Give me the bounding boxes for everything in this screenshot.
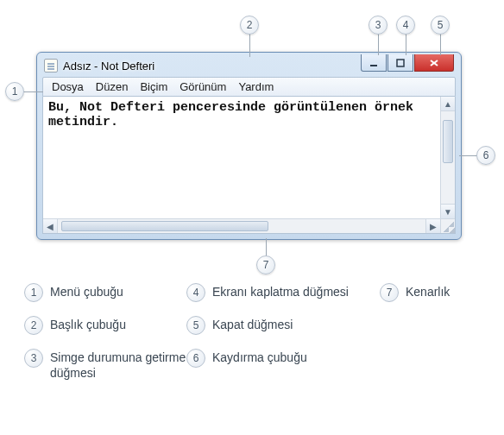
scroll-left-button[interactable]: ◀ — [43, 219, 58, 233]
caption-buttons — [361, 54, 454, 72]
legend-item-7: 7 Kenarlık — [380, 283, 501, 302]
legend-item-1: 1 Menü çubuğu — [24, 283, 186, 302]
legend-item-2: 2 Başlık çubuğu — [24, 316, 186, 335]
chevron-left-icon: ◀ — [47, 222, 54, 231]
horizontal-scroll-thumb[interactable] — [61, 221, 268, 231]
legend: 1 Menü çubuğu 4 Ekranı kaplatma düğmesi … — [24, 283, 487, 381]
legend-item-3: 3 Simge durumuna getirme düğmesi — [24, 349, 186, 381]
maximize-icon — [396, 59, 405, 67]
chevron-right-icon: ▶ — [430, 222, 437, 231]
legend-label-3: Simge durumuna getirme düğmesi — [50, 349, 186, 381]
callout-3: 3 — [369, 16, 387, 35]
vertical-scroll-track[interactable] — [441, 163, 455, 204]
svg-rect-0 — [370, 65, 377, 66]
legend-label-7: Kenarlık — [406, 283, 450, 300]
legend-item-6: 6 Kaydırma çubuğu — [186, 349, 380, 381]
callout-2: 2 — [240, 16, 259, 35]
leader-4 — [406, 31, 406, 55]
leader-3 — [378, 31, 379, 55]
legend-label-5: Kapat düğmesi — [212, 316, 293, 333]
menu-help[interactable]: Yardım — [238, 80, 274, 93]
legend-num-1: 1 — [24, 283, 43, 302]
legend-num-7: 7 — [380, 283, 399, 302]
minimize-icon — [369, 59, 378, 67]
notepad-window: Adsız - Not Defteri — [36, 52, 462, 240]
window-title: Adsız - Not Defteri — [63, 60, 356, 72]
chevron-down-icon: ▼ — [444, 207, 452, 217]
legend-item-5: 5 Kapat düğmesi — [186, 316, 380, 335]
close-icon — [429, 59, 439, 67]
legend-num-6: 6 — [186, 349, 205, 368]
legend-num-5: 5 — [186, 316, 205, 335]
diagram-stage: 1 2 3 4 5 6 7 Adsız - Not Defteri — [0, 0, 504, 259]
resize-grip[interactable] — [440, 218, 455, 233]
legend-label-2: Başlık çubuğu — [50, 316, 126, 333]
notepad-icon — [44, 59, 58, 72]
close-button[interactable] — [414, 54, 454, 72]
title-bar[interactable]: Adsız - Not Defteri — [42, 58, 456, 77]
maximize-button[interactable] — [387, 54, 413, 72]
legend-label-6: Kaydırma çubuğu — [212, 349, 307, 366]
callout-7: 7 — [256, 255, 275, 274]
client-area: Bu, Not Defteri penceresinde görüntülene… — [42, 97, 456, 234]
scroll-right-button[interactable]: ▶ — [425, 219, 440, 233]
legend-label-4: Ekranı kaplatma düğmesi — [212, 283, 349, 300]
callout-1: 1 — [5, 82, 24, 101]
chevron-up-icon: ▲ — [444, 99, 452, 109]
scroll-down-button[interactable]: ▼ — [441, 204, 455, 218]
callout-5: 5 — [431, 16, 450, 35]
leader-5 — [440, 31, 441, 55]
minimize-button[interactable] — [361, 54, 387, 72]
menu-bar: Dosya Düzen Biçim Görünüm Yardım — [42, 77, 456, 97]
editor-text-area[interactable]: Bu, Not Defteri penceresinde görüntülene… — [43, 97, 440, 218]
horizontal-scroll-track[interactable] — [272, 219, 425, 233]
vertical-scroll-thumb[interactable] — [443, 120, 453, 163]
horizontal-scrollbar[interactable]: ◀ ▶ — [43, 218, 440, 233]
leader-2 — [249, 31, 250, 57]
svg-rect-1 — [397, 60, 404, 66]
vertical-scrollbar[interactable]: ▲ ▼ — [440, 97, 455, 218]
menu-file[interactable]: Dosya — [52, 80, 84, 93]
menu-format[interactable]: Biçim — [140, 80, 167, 93]
callout-4: 4 — [396, 16, 415, 35]
legend-item-4: 4 Ekranı kaplatma düğmesi — [186, 283, 380, 302]
legend-label-1: Menü çubuğu — [50, 283, 123, 300]
legend-num-3: 3 — [24, 349, 43, 368]
legend-num-4: 4 — [186, 283, 205, 302]
legend-num-2: 2 — [24, 316, 43, 335]
menu-view[interactable]: Görünüm — [180, 80, 226, 93]
scroll-up-button[interactable]: ▲ — [441, 97, 455, 111]
menu-edit[interactable]: Düzen — [96, 80, 129, 93]
callout-6: 6 — [476, 146, 495, 165]
